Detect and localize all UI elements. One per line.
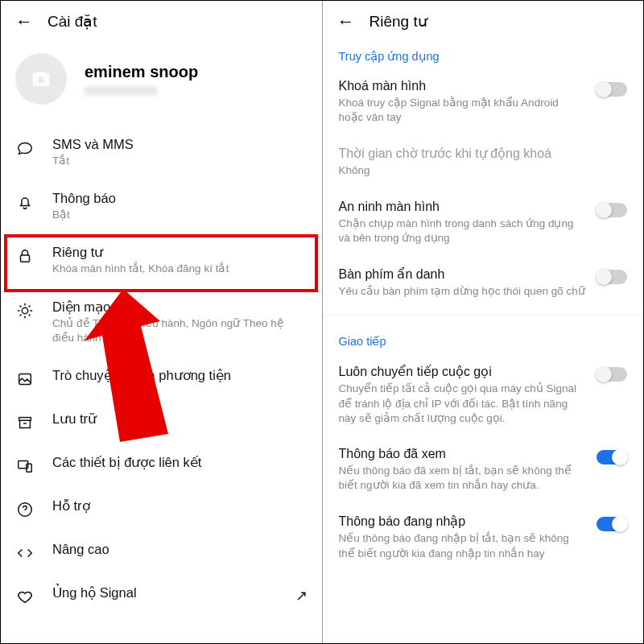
sidebar-item-label: Các thiết bị được liên kết [52,455,308,470]
heart-icon [15,587,35,606]
sidebar-item-help[interactable]: Hỗ trợ [1,487,322,530]
sidebar-item-label: Nâng cao [52,542,308,557]
row-title: Khoá màn hình [339,79,586,93]
sidebar-item-sub: Bật [52,208,308,222]
row-title: Luôn chuyển tiếp cuộc gọi [339,364,586,379]
page-title: Cài đặt [47,12,97,31]
row-title: Thông báo đang nhập [339,514,586,529]
bell-icon [15,192,35,212]
svg-point-0 [38,76,43,82]
row-desc: Khoá truy cập Signal bằng mật khẩu Andro… [339,96,586,125]
sidebar-item-donate[interactable]: Ủng hộ Signal ↗ [1,574,322,617]
sidebar-item-label: Trò chuyện và đa phương tiện [52,368,308,383]
sidebar-item-advanced[interactable]: Nâng cao [1,530,322,574]
section-header-communication: Giao tiếp [323,320,644,354]
profile-status-blur [85,86,157,96]
row-lock-timeout: Thời gian chờ trước khi tự động khoáKhôn… [323,136,644,189]
sun-icon [15,301,35,320]
row-read-receipts[interactable]: Thông báo đã xemNếu thông báo đã xem bị … [323,437,644,504]
sidebar-item-sub: Chủ đề Theo hệ điều hành, Ngôn ngữ Theo … [52,316,308,345]
archive-icon [15,413,35,432]
sidebar-item-notifications[interactable]: Thông báoBật [1,180,322,233]
divider [323,315,644,316]
lock-icon [15,246,35,266]
sidebar-item-appearance[interactable]: Diện mạoChủ đề Theo hệ điều hành, Ngôn n… [1,288,322,357]
toggle-read-receipts[interactable] [597,450,627,464]
row-relay-calls[interactable]: Luôn chuyển tiếp cuộc gọiChuyển tiếp tất… [323,354,644,437]
page-title: Riêng tư [369,12,427,31]
code-icon [15,543,35,563]
sidebar-item-label: Riêng tư [52,245,308,260]
sidebar-item-label: SMS và MMS [52,137,308,152]
sidebar-item-privacy[interactable]: Riêng tưKhóa màn hình tắt, Khóa đăng kí … [1,233,322,287]
row-screen-lock[interactable]: Khoá màn hìnhKhoá truy cập Signal bằng m… [323,69,644,136]
row-desc: Nếu thông báo đã xem bị tắt, bạn sẽ khôn… [339,464,586,493]
camera-icon [30,68,52,90]
sidebar-item-sub: Khóa màn hình tắt, Khóa đăng kí tắt [52,262,308,276]
sidebar-item-label: Thông báo [52,191,308,206]
right-titlebar: ← Riêng tư [323,1,644,35]
row-desc: Nếu thông báo đang nhập bị tắt, bạn sẽ k… [339,531,586,560]
row-desc: Chuyển tiếp tất cả cuộc gọi qua máy chủ … [339,382,586,426]
row-desc: Không [339,163,628,178]
chat-bubble-icon [15,138,35,158]
svg-point-2 [22,308,27,313]
external-link-icon: ↗ [295,587,308,605]
sidebar-item-label: Hỗ trợ [52,498,308,514]
row-title: Thông báo đã xem [339,447,586,461]
row-title: An ninh màn hình [339,200,586,214]
row-desc: Chặn chụp màn hình trong danh sách ứng d… [339,217,586,246]
avatar [15,53,67,105]
settings-pane: ← Cài đặt eminem snoop SMS và MMSTắt Thô… [1,1,323,643]
image-icon [15,369,35,389]
sidebar-item-sub: Tắt [52,154,308,168]
row-title: Bàn phím ẩn danh [339,266,586,282]
toggle-incognito-keyboard[interactable] [597,270,627,284]
back-icon[interactable]: ← [15,13,33,31]
row-screen-security[interactable]: An ninh màn hìnhChặn chụp màn hình trong… [323,190,644,257]
toggle-relay-calls[interactable] [597,367,627,382]
privacy-pane: ← Riêng tư Truy cập ứng dụng Khoá màn hì… [323,1,644,643]
toggle-screen-lock[interactable] [597,82,627,97]
back-icon[interactable]: ← [337,13,355,31]
row-title: Thời gian chờ trước khi tự động khoá [339,146,628,161]
profile-name: eminem snoop [85,63,198,81]
sidebar-item-sms[interactable]: SMS và MMSTắt [1,126,322,180]
toggle-screen-security[interactable] [597,203,627,217]
sidebar-item-storage[interactable]: Lưu trữ [1,400,322,444]
sidebar-item-linked-devices[interactable]: Các thiết bị được liên kết [1,444,322,487]
profile-row[interactable]: eminem snoop [1,35,322,126]
sidebar-item-label: Ủng hộ Signal [52,585,278,601]
svg-rect-1 [21,256,30,262]
svg-rect-4 [19,418,31,421]
devices-icon [15,456,35,476]
sidebar-item-label: Lưu trữ [52,411,308,427]
row-incognito-keyboard[interactable]: Bàn phím ẩn danhYêu cầu bàn phím tạm dừn… [323,257,644,310]
sidebar-item-label: Diện mạo [52,299,308,315]
toggle-typing-indicators[interactable] [597,517,627,531]
row-typing-indicators[interactable]: Thông báo đang nhậpNếu thông báo đang nh… [323,504,644,572]
left-titlebar: ← Cài đặt [1,1,322,35]
section-header-app-access: Truy cập ứng dụng [323,35,644,69]
help-icon [15,500,35,519]
sidebar-item-chats[interactable]: Trò chuyện và đa phương tiện [1,357,322,400]
row-desc: Yêu cầu bàn phím tạm dừng học thói quen … [339,284,586,299]
